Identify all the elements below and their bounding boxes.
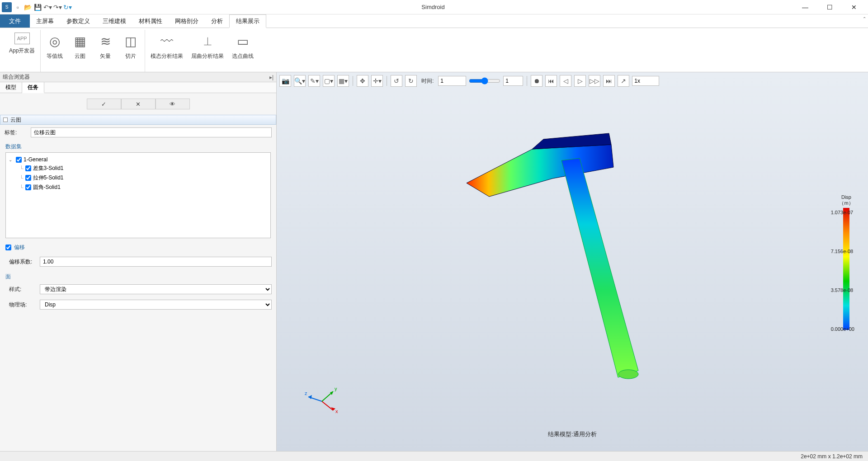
tree-item[interactable]: └ 差集3-Solid1 (9, 164, 268, 173)
legend-title: Disp （m） (839, 194, 853, 206)
first-frame-icon[interactable]: ⏮ (545, 75, 557, 87)
export-icon[interactable]: ↗ (618, 75, 629, 87)
undo-icon[interactable]: ↶▾ (43, 3, 52, 11)
section-icon (3, 118, 8, 122)
side-panel: 组合浏览器 ▸| 模型 任务 ✓ ✕ 👁 云图 标签: 数据集 ⌄ (0, 72, 277, 451)
menu-home[interactable]: 主屏幕 (30, 14, 60, 28)
next-frame-icon[interactable]: ▷▷ (589, 75, 600, 87)
child-checkbox-0[interactable] (25, 165, 31, 171)
offset-row: 偏移 (0, 241, 276, 254)
tab-model[interactable]: 模型 (0, 82, 22, 93)
last-frame-icon[interactable]: ⏭ (603, 75, 615, 87)
ribbon-modal-result[interactable]: 〰模态分析结果 (149, 30, 185, 72)
menu-file[interactable]: 文件 (0, 14, 30, 28)
preview-button[interactable]: 👁 (156, 99, 190, 109)
time-input[interactable] (438, 76, 466, 86)
highlight-icon[interactable]: ✎▾ (308, 75, 320, 87)
tab-task[interactable]: 任务 (22, 82, 44, 93)
time-label: 时间: (421, 77, 434, 85)
refresh-icon[interactable]: ↻▾ (63, 3, 71, 11)
svg-marker-11 (308, 395, 312, 399)
tree-expand-icon[interactable]: ⌄ (9, 157, 14, 162)
offset-label: 偏移 (14, 244, 25, 251)
menu-material[interactable]: 材料属性 (132, 14, 169, 28)
ribbon-buckling-result[interactable]: ⟂屈曲分析结果 (189, 30, 226, 72)
frame-input[interactable] (503, 76, 523, 86)
zoom-icon[interactable]: 🔍▾ (294, 75, 306, 87)
dataset-tree[interactable]: ⌄ 1-General └ 差集3-Solid1 └ 拉伸5-Solid1 └ … (5, 152, 271, 238)
label-input[interactable] (31, 127, 272, 137)
title-bar: S ▫ 📂 💾 ↶▾ ↷▾ ↻▾ Simdroid ― ☐ ✕ (0, 0, 868, 14)
redo-icon[interactable]: ↷▾ (53, 3, 61, 11)
viewport[interactable]: 📷 🔍▾ ✎▾ ▢▾ ▦▾ ✥ ✛▾ ↺ ↻ 时间: ⏺ ⏮ ◁ ▷ ▷▷ ⏭ … (277, 72, 868, 451)
view-toolbar: 📷 🔍▾ ✎▾ ▢▾ ▦▾ ✥ ✛▾ ↺ ↻ 时间: ⏺ ⏮ ◁ ▷ ▷▷ ⏭ … (279, 75, 659, 87)
offset-coef-label: 偏移系数: (9, 258, 36, 266)
time-slider[interactable] (469, 77, 500, 85)
menu-results[interactable]: 结果展示 (229, 14, 266, 28)
svg-text:y: y (335, 386, 337, 391)
root-checkbox[interactable] (16, 157, 22, 163)
ribbon-cloud[interactable]: ▦云图 (70, 30, 90, 72)
status-dimensions: 2e+02 mm x 1.2e+02 mm (801, 453, 863, 460)
rotate-left-icon[interactable]: ↺ (391, 75, 402, 87)
child-checkbox-1[interactable] (25, 175, 31, 181)
offset-checkbox[interactable] (5, 245, 11, 250)
cancel-button[interactable]: ✕ (121, 99, 156, 109)
maximize-button[interactable]: ☐ (819, 0, 840, 14)
svg-marker-0 (467, 145, 613, 197)
colormap-icon[interactable]: ▦▾ (337, 75, 349, 87)
axis-icon[interactable]: ✛▾ (371, 75, 383, 87)
tree-item[interactable]: └ 圆角-Solid1 (9, 183, 268, 192)
menu-3d-model[interactable]: 三维建模 (96, 14, 132, 28)
minimize-button[interactable]: ― (795, 0, 816, 14)
window-controls: ― ☐ ✕ (795, 0, 868, 14)
face-section-label: 面 (0, 269, 276, 282)
prev-frame-icon[interactable]: ◁ (560, 75, 571, 87)
result-model-render (435, 118, 670, 398)
offset-coef-input[interactable] (40, 257, 272, 267)
style-select[interactable]: 带边渲染 (40, 284, 272, 294)
menu-params[interactable]: 参数定义 (60, 14, 96, 28)
fit-icon[interactable]: ✥ (357, 75, 368, 87)
pin-icon[interactable]: ▸| (269, 74, 274, 80)
ribbon-vector[interactable]: ≋矢量 (95, 30, 116, 72)
panel-title: 组合浏览器 ▸| (0, 72, 276, 82)
menu-analysis[interactable]: 分析 (205, 14, 229, 28)
close-button[interactable]: ✕ (844, 0, 864, 14)
ribbon-collapse-icon[interactable]: ⌃ (863, 16, 866, 21)
rotate-right-icon[interactable]: ↻ (405, 75, 417, 87)
speed-input[interactable] (632, 76, 659, 86)
apply-button[interactable]: ✓ (87, 99, 121, 109)
field-select[interactable]: Disp (40, 300, 272, 310)
tree-item[interactable]: └ 拉伸5-Solid1 (9, 173, 268, 183)
ribbon-isoline[interactable]: ◎等值线 (44, 30, 65, 72)
child-label-2: 圆角-Solid1 (33, 183, 61, 191)
ribbon-slice[interactable]: ◫切片 (120, 30, 141, 72)
camera-icon[interactable]: 📷 (279, 75, 291, 87)
new-icon[interactable]: ▫ (14, 3, 22, 11)
record-icon[interactable]: ⏺ (531, 75, 542, 87)
field-row: 物理场: Disp (0, 297, 276, 312)
task-buttons: ✓ ✕ 👁 (0, 93, 276, 113)
tree-root[interactable]: ⌄ 1-General (9, 155, 268, 164)
open-icon[interactable]: 📂 (24, 3, 32, 11)
status-bar: 2e+02 mm x 1.2e+02 mm (0, 451, 868, 461)
child-checkbox-2[interactable] (25, 184, 31, 190)
modal-icon: 〰 (158, 33, 175, 50)
play-icon[interactable]: ▷ (574, 75, 586, 87)
legend-tick: 0.000e+00 (831, 326, 854, 332)
menu-bar: 文件 主屏幕 参数定义 三维建模 材料属性 网格剖分 分析 结果展示 ⌃ (0, 14, 868, 28)
legend-tick: 1.073e-07 (831, 210, 854, 215)
child-label-0: 差集3-Solid1 (33, 165, 64, 172)
save-icon[interactable]: 💾 (33, 3, 42, 11)
axis-gizmo: x y z (304, 379, 340, 415)
view-mode-icon[interactable]: ▢▾ (323, 75, 335, 87)
ribbon-point-curve[interactable]: ▭选点曲线 (230, 30, 255, 72)
app-logo-icon: S (2, 2, 12, 12)
svg-marker-2 (561, 158, 638, 377)
ribbon-app-developer[interactable]: APP App开发器 (7, 30, 37, 72)
menu-mesh[interactable]: 网格剖分 (169, 14, 205, 28)
offset-coef-row: 偏移系数: (0, 254, 276, 269)
window-title: Simdroid (71, 4, 795, 10)
separator (353, 76, 353, 86)
